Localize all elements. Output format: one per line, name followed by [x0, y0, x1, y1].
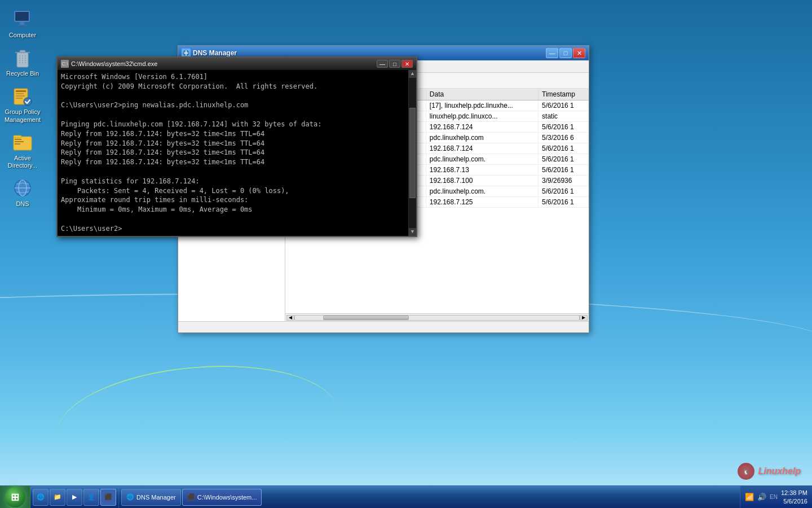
dns-cell-timestamp: 5/3/2016 6	[539, 133, 589, 143]
cmd-title-text: C:\Windows\system32\cmd.exe	[71, 60, 374, 67]
dns-cell-data: [17], linuxhelp.pdc.linuxhe...	[426, 100, 538, 111]
cmd-scrollbar[interactable]: ▲ ▼	[408, 70, 416, 236]
dns-cell-data: 192.168.7.124	[426, 122, 538, 133]
active-directory-label: Active Directory...	[4, 155, 42, 169]
watermark-text: Linuxhelp	[758, 466, 801, 476]
dns-cell-timestamp: static	[539, 111, 589, 122]
svg-rect-10	[16, 98, 23, 99]
dns-icon-label: DNS	[16, 200, 29, 208]
desktop-icons: Computer Recycle Bin	[0, 0, 45, 210]
start-button[interactable]: ⊞	[0, 486, 30, 508]
taskbar-dns-button[interactable]: 🌐 DNS Manager	[121, 489, 181, 506]
watermark-help: help	[782, 466, 801, 476]
desktop-icon-computer[interactable]: Computer	[2, 6, 44, 41]
watermark-linux: Linux	[758, 466, 782, 476]
taskbar: ⊞ 🌐 📁 ▶ 👤 ⬛ 🌐 DNS Manager ⬛ C:\Windows\s…	[0, 485, 812, 508]
tray-time: 12:38 PM	[781, 489, 807, 497]
desktop-icon-active-directory[interactable]: Active Directory...	[2, 129, 44, 172]
dns-cell-timestamp: 3/9/26936	[539, 176, 589, 186]
col-data: Data	[426, 89, 538, 100]
dns-cell-timestamp: 5/6/2016 1	[539, 122, 589, 133]
svg-rect-2	[20, 22, 24, 25]
dns-statusbar	[178, 321, 589, 332]
taskbar-tray: 📶 🔊 EN 12:38 PM 5/6/2016	[740, 486, 812, 508]
taskbar-quick-cmd[interactable]: ⬛	[100, 489, 116, 506]
taskbar-cmd-button[interactable]: ⬛ C:\Windows\system...	[182, 489, 262, 506]
dns-close-button[interactable]: ✕	[573, 48, 585, 58]
svg-rect-14	[15, 139, 21, 140]
computer-icon	[11, 8, 34, 30]
dns-cell-timestamp: 5/6/2016 1	[539, 154, 589, 165]
taskbar-quick-media[interactable]: ▶	[67, 489, 82, 506]
cmd-scroll-thumb	[409, 108, 416, 198]
scroll-thumb	[323, 316, 408, 320]
desktop-icon-group-policy[interactable]: Group Policy Management	[2, 82, 44, 125]
dns-cell-data: pdc.linuxhelp.com.	[426, 154, 538, 165]
dns-cell-data: pdc.linuxhelp.com.	[426, 186, 538, 197]
svg-rect-16	[15, 143, 20, 144]
dns-cell-timestamp: 5/6/2016 1	[539, 165, 589, 176]
svg-rect-3	[17, 25, 27, 26]
dns-cell-data: 192.168.7.125	[426, 197, 538, 208]
dns-maximize-button[interactable]: □	[559, 48, 572, 58]
svg-rect-1	[15, 12, 29, 21]
svg-rect-7	[16, 90, 26, 92]
dns-window-controls: — □ ✕	[546, 48, 585, 58]
dns-cell-data: 192.168.7.100	[426, 176, 538, 186]
tray-sound-icon[interactable]: 🔊	[757, 493, 766, 501]
taskbar-quick-user[interactable]: 👤	[83, 489, 99, 506]
desktop-icon-dns[interactable]: DNS	[2, 174, 44, 210]
cmd-scroll-down[interactable]: ▼	[409, 228, 416, 236]
desktop: Computer Recycle Bin	[0, 0, 812, 508]
dns-window-title: DNS Manager	[193, 49, 544, 57]
recycle-bin-icon	[11, 46, 34, 69]
recycle-bin-label: Recycle Bin	[6, 70, 39, 77]
cmd-body: Microsoft Windows [Version 6.1.7601] Cop…	[58, 70, 416, 236]
cmd-scroll-track	[409, 78, 416, 228]
dns-icon	[11, 177, 34, 199]
cmd-minimize-button[interactable]: —	[377, 60, 388, 68]
dns-cell-data: 192.168.7.124	[426, 143, 538, 154]
cmd-window: C:\ C:\Windows\system32\cmd.exe — □ ✕ Mi…	[56, 56, 417, 237]
cmd-titlebar: C:\ C:\Windows\system32\cmd.exe — □ ✕	[58, 58, 416, 70]
dns-cell-timestamp: 5/6/2016 1	[539, 186, 589, 197]
tray-clock[interactable]: 12:38 PM 5/6/2016	[781, 489, 807, 505]
tray-date: 5/6/2016	[781, 497, 807, 505]
svg-rect-8	[16, 93, 24, 94]
computer-icon-label: Computer	[9, 32, 36, 39]
taskbar-items: 🌐 DNS Manager ⬛ C:\Windows\system...	[119, 486, 740, 508]
dns-cell-timestamp: 5/6/2016 1	[539, 143, 589, 154]
desktop-icon-recycle-bin[interactable]: Recycle Bin	[2, 44, 44, 80]
scroll-track	[294, 315, 580, 321]
cmd-maximize-button[interactable]: □	[389, 60, 400, 68]
dns-cell-timestamp: 5/6/2016 1	[539, 100, 589, 111]
tray-network-icon[interactable]: 📶	[745, 493, 754, 501]
group-policy-icon	[11, 85, 34, 107]
watermark-logo: 🐧	[738, 463, 754, 480]
dns-cell-data: linuxhelp.pdc.linuxco...	[426, 111, 538, 122]
windows-logo: ⊞	[11, 491, 19, 503]
dns-minimize-button[interactable]: —	[546, 48, 558, 58]
svg-rect-9	[16, 95, 25, 97]
cmd-title-icon: C:\	[61, 60, 69, 68]
active-directory-icon	[11, 131, 34, 154]
svg-rect-5	[20, 50, 25, 52]
group-policy-label: Group Policy Management	[4, 108, 42, 123]
cmd-close-button[interactable]: ✕	[401, 60, 413, 68]
scroll-left-btn[interactable]: ◀	[286, 315, 294, 321]
col-timestamp: Timestamp	[539, 89, 589, 100]
cmd-controls: — □ ✕	[377, 60, 413, 68]
taskbar-quick-folder[interactable]: 📁	[50, 489, 65, 506]
dns-cell-data: pdc.linuxhelp.com	[426, 133, 538, 143]
dns-cell-timestamp: 5/6/2016 1	[539, 197, 589, 208]
svg-rect-13	[14, 135, 21, 138]
taskbar-quick-ie[interactable]: 🌐	[33, 489, 48, 506]
dns-cell-data: 192.168.7.13	[426, 165, 538, 176]
svg-rect-15	[15, 141, 24, 142]
start-orb: ⊞	[5, 487, 25, 507]
tray-keyboard-icon: EN	[770, 494, 778, 500]
cmd-scroll-up[interactable]: ▲	[409, 70, 416, 78]
scroll-right-btn[interactable]: ▶	[580, 315, 588, 321]
watermark: 🐧 Linuxhelp	[738, 463, 801, 480]
dns-h-scrollbar[interactable]: ◀ ▶	[285, 313, 589, 321]
